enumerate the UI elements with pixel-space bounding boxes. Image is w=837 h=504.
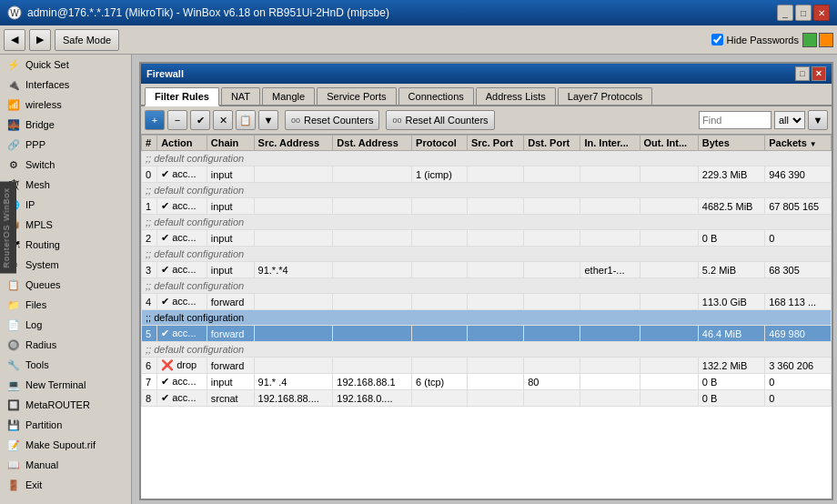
firewall-table-container[interactable]: #ActionChainSrc. AddressDst. AddressProt… bbox=[141, 135, 832, 499]
table-cell-3: 91.*.*4 bbox=[254, 262, 333, 278]
table-row[interactable]: 6❌ dropforward132.2 MiB3 360 206 bbox=[142, 358, 832, 374]
sidebar-item-queues[interactable]: 📋Queues bbox=[0, 275, 131, 295]
hide-passwords-label: Hide Passwords bbox=[727, 35, 799, 45]
table-row[interactable]: 3✔ acc...input91.*.*4ether1-...5.2 MiB68… bbox=[142, 262, 832, 278]
tab-layer7-protocols[interactable]: Layer7 Protocols bbox=[558, 87, 653, 105]
sidebar-item-bridge[interactable]: 🌉Bridge bbox=[0, 115, 131, 135]
find-dropdown-button[interactable]: ▼ bbox=[808, 110, 828, 130]
sidebar-item-manual[interactable]: 📖Manual bbox=[0, 455, 131, 475]
table-row[interactable]: 2✔ acc...input0 B0 bbox=[142, 230, 832, 247]
sidebar-item-new-terminal[interactable]: 💻New Terminal bbox=[0, 375, 131, 395]
sidebar-item-ip[interactable]: 🌐IP bbox=[0, 195, 131, 215]
table-cell-9 bbox=[640, 230, 698, 247]
table-row[interactable]: 7✔ acc...input91.* .4192.168.88.16 (tcp)… bbox=[142, 374, 832, 390]
copy-button[interactable]: 📋 bbox=[236, 110, 256, 130]
table-cell-2: input bbox=[207, 230, 254, 247]
col-header-2[interactable]: Chain bbox=[207, 136, 254, 151]
reset-counters-button[interactable]: oo Reset Counters bbox=[285, 110, 379, 130]
safe-mode-button[interactable]: Safe Mode bbox=[55, 29, 119, 51]
log-icon: 📄 bbox=[7, 318, 20, 331]
sidebar-label-manual: Manual bbox=[25, 459, 58, 470]
table-row[interactable]: 8✔ acc...srcnat192.168.88....192.168.0..… bbox=[142, 390, 832, 407]
minimize-button[interactable]: _ bbox=[777, 5, 793, 21]
sidebar-item-mpls[interactable]: 📦MPLS bbox=[0, 215, 131, 235]
find-select[interactable]: all bbox=[774, 111, 805, 129]
col-header-9[interactable]: Out. Int... bbox=[640, 136, 698, 151]
wireless-icon: 📶 bbox=[7, 98, 20, 111]
sidebar-item-mesh[interactable]: 🕸Mesh bbox=[0, 175, 131, 195]
switch-icon: ⚙ bbox=[7, 158, 20, 171]
tab-service-ports[interactable]: Service Ports bbox=[317, 87, 396, 105]
sidebar-item-wireless[interactable]: 📶wireless bbox=[0, 95, 131, 115]
sidebar-item-exit[interactable]: 🚪Exit bbox=[0, 475, 131, 495]
table-cell-11: 0 bbox=[765, 390, 832, 407]
tab-mangle[interactable]: Mangle bbox=[262, 87, 315, 105]
col-header-5[interactable]: Protocol bbox=[412, 136, 468, 151]
sidebar-item-metarouter[interactable]: 🔲MetaROUTER bbox=[0, 395, 131, 415]
app-icon: W bbox=[7, 5, 22, 20]
col-header-8[interactable]: In. Inter... bbox=[580, 136, 640, 151]
sidebar-label-switch: Switch bbox=[25, 159, 55, 170]
sidebar-item-tools[interactable]: 🔧Tools bbox=[0, 355, 131, 375]
table-cell-5: 6 (tcp) bbox=[412, 374, 468, 390]
forward-button[interactable]: ▶ bbox=[29, 29, 51, 51]
table-cell-10: 0 B bbox=[698, 374, 764, 390]
table-cell-3: 192.168.88.... bbox=[254, 390, 333, 407]
reset-all-counters-button[interactable]: oo Reset All Counters bbox=[386, 110, 494, 130]
ppp-icon: 🔗 bbox=[7, 138, 20, 151]
tools-icon: 🔧 bbox=[7, 358, 20, 371]
tab-address-lists[interactable]: Address Lists bbox=[476, 87, 556, 105]
sidebar-item-ppp[interactable]: 🔗PPP bbox=[0, 135, 131, 155]
sidebar: ⚡Quick Set🔌Interfaces📶wireless🌉Bridge🔗PP… bbox=[0, 55, 132, 504]
col-header-6[interactable]: Src. Port bbox=[467, 136, 523, 151]
col-header-3[interactable]: Src. Address bbox=[254, 136, 333, 151]
table-row[interactable]: 0✔ acc...input1 (icmp)229.3 MiB946 390 bbox=[142, 166, 832, 183]
table-row[interactable]: 1✔ acc...input4682.5 MiB67 805 165 bbox=[142, 198, 832, 215]
maximize-button[interactable]: □ bbox=[795, 5, 812, 21]
col-header-1[interactable]: Action bbox=[157, 136, 207, 151]
table-cell-0: 6 bbox=[142, 358, 157, 374]
hide-passwords-checkbox[interactable] bbox=[711, 34, 723, 45]
table-cell-7 bbox=[524, 262, 580, 278]
sidebar-item-quick-set[interactable]: ⚡Quick Set bbox=[0, 55, 131, 75]
col-header-10[interactable]: Bytes bbox=[698, 136, 764, 151]
table-cell-1: ✔ acc... bbox=[157, 390, 207, 407]
table-row[interactable]: 5✔ acc...forward46.4 MiB469 980 bbox=[142, 326, 832, 342]
sidebar-item-partition[interactable]: 💾Partition bbox=[0, 415, 131, 435]
table-row[interactable]: 4✔ acc...forward113.0 GiB168 113 ... bbox=[142, 294, 832, 310]
sidebar-item-routing[interactable]: 🗺Routing bbox=[0, 235, 131, 255]
disable-button[interactable]: ✕ bbox=[213, 110, 233, 130]
table-cell-4 bbox=[333, 262, 412, 278]
table-cell-11: 68 305 bbox=[765, 262, 832, 278]
table-cell-11: 946 390 bbox=[765, 166, 832, 183]
table-cell-9 bbox=[640, 294, 698, 310]
sidebar-item-system[interactable]: ⚙System bbox=[0, 255, 131, 275]
enable-button[interactable]: ✔ bbox=[190, 110, 210, 130]
col-header-7[interactable]: Dst. Port bbox=[524, 136, 580, 151]
col-header-11[interactable]: Packets ▼ bbox=[765, 136, 832, 151]
sidebar-item-radius[interactable]: 🔘Radius bbox=[0, 335, 131, 355]
tab-filter-rules[interactable]: Filter Rules bbox=[145, 87, 219, 106]
tab-connections[interactable]: Connections bbox=[398, 87, 474, 105]
filter-button[interactable]: ▼ bbox=[258, 110, 278, 130]
sidebar-item-interfaces[interactable]: 🔌Interfaces bbox=[0, 75, 131, 95]
table-cell-2: srcnat bbox=[207, 390, 254, 407]
firewall-restore-button[interactable]: □ bbox=[795, 66, 810, 81]
table-cell-9 bbox=[640, 262, 698, 278]
queues-icon: 📋 bbox=[7, 278, 20, 291]
tab-nat[interactable]: NAT bbox=[221, 87, 260, 105]
remove-button[interactable]: − bbox=[167, 110, 187, 130]
col-header-4[interactable]: Dst. Address bbox=[333, 136, 412, 151]
find-input[interactable] bbox=[699, 111, 771, 129]
sidebar-item-switch[interactable]: ⚙Switch bbox=[0, 155, 131, 175]
sidebar-item-files[interactable]: 📁Files bbox=[0, 295, 131, 315]
close-button[interactable]: ✕ bbox=[813, 5, 830, 21]
sidebar-item-make-supout[interactable]: 📝Make Supout.rif bbox=[0, 435, 131, 455]
firewall-close-button[interactable]: ✕ bbox=[812, 66, 826, 81]
table-row-comment: ;; default configuration bbox=[142, 215, 832, 230]
add-button[interactable]: + bbox=[145, 110, 165, 130]
back-button[interactable]: ◀ bbox=[4, 29, 25, 51]
table-cell-6 bbox=[467, 198, 523, 215]
sidebar-item-log[interactable]: 📄Log bbox=[0, 315, 131, 335]
col-header-0[interactable]: # bbox=[142, 136, 157, 151]
